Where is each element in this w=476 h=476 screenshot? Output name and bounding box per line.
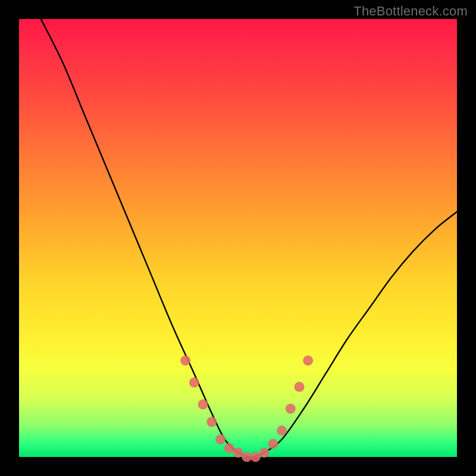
highlight-dot (277, 425, 287, 436)
chart-frame: TheBottleneck.com (0, 0, 476, 476)
highlight-dot (206, 417, 217, 427)
highlight-dot (233, 447, 243, 458)
highlight-dot (189, 377, 199, 387)
highlight-dot (242, 452, 252, 462)
highlight-dot (250, 452, 261, 462)
highlight-dot (295, 382, 305, 392)
bottleneck-curve (41, 19, 457, 457)
highlight-dot (259, 447, 270, 458)
highlight-dot (286, 404, 296, 414)
curve-layer (19, 19, 457, 457)
watermark-text: TheBottleneck.com (353, 4, 468, 19)
highlight-dot (224, 443, 234, 453)
highlight-dot (180, 356, 190, 366)
highlight-dots (180, 356, 313, 462)
plot-area (19, 19, 457, 457)
highlight-dot (215, 434, 226, 444)
highlight-dot (268, 439, 278, 449)
highlight-dot (198, 399, 208, 409)
highlight-dot (303, 356, 313, 366)
